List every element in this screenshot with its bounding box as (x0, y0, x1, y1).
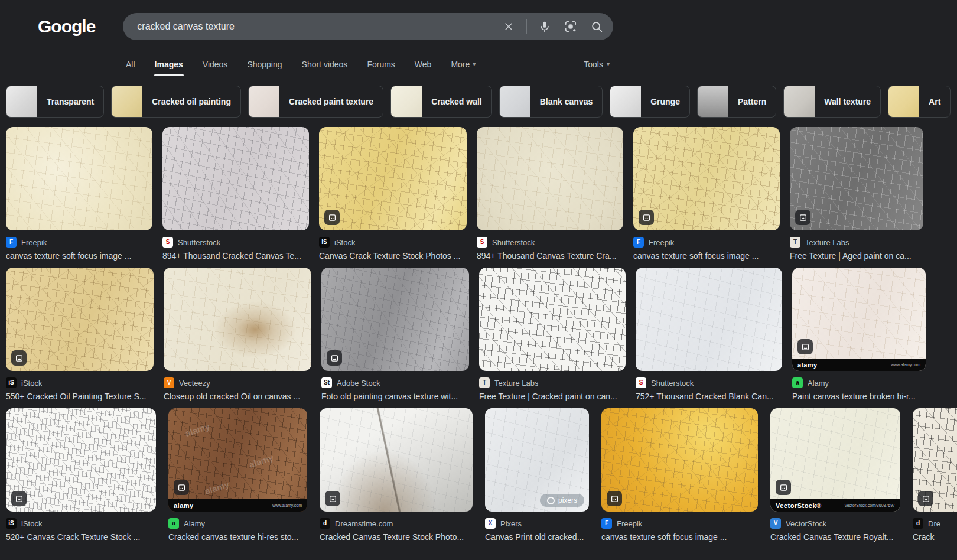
result-thumbnail[interactable] (321, 268, 469, 371)
result-source[interactable]: V Vecteezy (164, 377, 311, 388)
image-result-card[interactable]: iS iStock 550+ Cracked Oil Painting Text… (6, 268, 154, 401)
image-result-card[interactable]: VectorStock® VectorStock.com/36037697 V … (770, 408, 900, 542)
search-bar[interactable]: cracked canvas texture (123, 13, 613, 40)
google-logo[interactable]: Google (38, 17, 95, 37)
result-source[interactable]: a Alamy (792, 377, 926, 388)
tools-button[interactable]: Tools ▾ (584, 53, 610, 76)
result-thumbnail[interactable]: alamyalamyalamy alamy www.alamy.com (168, 408, 307, 512)
image-result-card[interactable]: T Texture Labs Free Texture | Cracked pa… (479, 268, 626, 401)
image-result-card[interactable]: V Vecteezy Closeup old cracked Oil on ca… (164, 268, 311, 401)
result-source[interactable]: F Freepik (633, 237, 780, 248)
filter-chip-cracked-paint-texture[interactable]: Cracked paint texture (248, 86, 383, 118)
filter-chip-blank-canvas[interactable]: Blank canvas (499, 86, 603, 118)
result-source[interactable]: iS iStock (319, 237, 467, 248)
filter-chip-cracked-oil-painting[interactable]: Cracked oil painting (111, 86, 241, 118)
image-result-card[interactable]: T Texture Labs Free Texture | Aged paint… (790, 127, 923, 261)
image-result-card[interactable]: d Dre Crack (913, 408, 957, 542)
filter-chip-grunge[interactable]: Grunge (610, 86, 690, 118)
result-title[interactable]: 894+ Thousand Canvas Texture Cra... (477, 251, 623, 261)
search-icon[interactable] (585, 15, 608, 38)
result-source[interactable]: V VectorStock (770, 518, 900, 529)
result-thumbnail[interactable] (913, 408, 957, 512)
image-result-card[interactable]: d Dreamstime.com Cracked Canvas Texture … (320, 408, 473, 542)
result-title[interactable]: Canvas Print old cracked... (485, 532, 589, 542)
result-title[interactable]: 520+ Canvas Crack Texture Stock ... (6, 532, 156, 542)
result-thumbnail[interactable] (320, 408, 473, 512)
result-thumbnail[interactable] (477, 127, 623, 230)
result-title[interactable]: Free Texture | Aged paint on ca... (790, 251, 923, 261)
result-source[interactable]: S Shutterstock (162, 237, 309, 248)
result-title[interactable]: canvas texture soft focus image ... (633, 251, 780, 261)
tab-short-videos[interactable]: Short videos (301, 53, 349, 76)
tab-all[interactable]: All (125, 53, 136, 76)
result-title[interactable]: 894+ Thousand Cracked Canvas Te... (162, 251, 309, 261)
result-source[interactable]: X Pixers (485, 518, 589, 529)
result-thumbnail[interactable] (162, 127, 309, 230)
result-title[interactable]: canvas texture soft focus image ... (601, 532, 758, 542)
filter-chip-pattern[interactable]: Pattern (697, 86, 776, 118)
result-thumbnail[interactable]: alamy www.alamy.com (792, 268, 926, 371)
image-result-card[interactable]: alamy www.alamy.com a Alamy Paint canvas… (792, 268, 926, 401)
result-title[interactable]: Crack (913, 532, 957, 542)
result-thumbnail[interactable] (633, 127, 780, 230)
result-title[interactable]: Paint canvas texture broken hi-r... (792, 392, 926, 401)
result-source[interactable]: iS iStock (6, 518, 156, 529)
result-source[interactable]: T Texture Labs (479, 377, 626, 388)
filter-chip-transparent[interactable]: Transparent (6, 86, 104, 118)
result-thumbnail[interactable] (636, 268, 782, 371)
result-title[interactable]: Canvas Crack Texture Stock Photos ... (319, 251, 467, 261)
result-source[interactable]: T Texture Labs (790, 237, 923, 248)
tab-more[interactable]: More ▾ (450, 53, 476, 76)
tab-videos[interactable]: Videos (202, 53, 229, 76)
result-source[interactable]: F Freepik (601, 518, 758, 529)
image-result-card[interactable]: F Freepik canvas texture soft focus imag… (601, 408, 758, 542)
result-source[interactable]: F Freepik (6, 237, 152, 248)
result-source[interactable]: d Dre (913, 518, 957, 529)
result-source[interactable]: d Dreamstime.com (320, 518, 473, 529)
result-thumbnail[interactable] (479, 268, 626, 371)
image-result-card[interactable]: iS iStock Canvas Crack Texture Stock Pho… (319, 127, 467, 261)
result-title[interactable]: Cracked Canvas Texture Royalt... (770, 532, 900, 542)
image-result-card[interactable]: alamyalamyalamy alamy www.alamy.com a Al… (168, 408, 307, 542)
filter-chip-cracked-wall[interactable]: Cracked wall (390, 86, 492, 118)
result-source[interactable]: a Alamy (168, 518, 307, 529)
image-result-card[interactable]: F Freepik canvas texture soft focus imag… (6, 127, 152, 261)
image-result-card[interactable]: F Freepik canvas texture soft focus imag… (633, 127, 780, 261)
result-thumbnail[interactable] (319, 127, 467, 230)
tab-forums[interactable]: Forums (366, 53, 395, 76)
result-source[interactable]: S Shutterstock (636, 377, 782, 388)
result-thumbnail[interactable] (164, 268, 311, 371)
result-title[interactable]: 752+ Thousand Cracked Blank Can... (636, 392, 782, 401)
filter-chip-art[interactable]: Art (888, 86, 951, 118)
result-title[interactable]: 550+ Cracked Oil Painting Texture S... (6, 392, 154, 401)
clear-icon[interactable] (497, 15, 520, 38)
image-result-card[interactable]: St Adobe Stock Foto old painting canvas … (321, 268, 469, 401)
result-thumbnail[interactable] (6, 408, 156, 512)
result-title[interactable]: Closeup old cracked Oil on canvas ... (164, 392, 311, 401)
result-source[interactable]: S Shutterstock (477, 237, 623, 248)
image-result-card[interactable]: S Shutterstock 894+ Thousand Canvas Text… (477, 127, 623, 261)
result-title[interactable]: Cracked Canvas Texture Stock Photo... (320, 532, 473, 542)
filter-chip-wall-texture[interactable]: Wall texture (783, 86, 881, 118)
result-thumbnail[interactable] (6, 127, 152, 230)
result-thumbnail[interactable]: pixers (485, 408, 589, 512)
result-title[interactable]: Free Texture | Cracked paint on can... (479, 392, 626, 401)
result-source[interactable]: St Adobe Stock (321, 377, 469, 388)
tab-web[interactable]: Web (414, 53, 432, 76)
result-title[interactable]: canvas texture soft focus image ... (6, 251, 152, 261)
result-title[interactable]: Cracked canvas texture hi-res sto... (168, 532, 307, 542)
mic-icon[interactable] (533, 15, 556, 38)
image-result-card[interactable]: S Shutterstock 752+ Thousand Cracked Bla… (636, 268, 782, 401)
result-thumbnail[interactable] (6, 268, 154, 371)
result-thumbnail[interactable]: VectorStock® VectorStock.com/36037697 (770, 408, 900, 512)
result-thumbnail[interactable] (601, 408, 758, 512)
tab-images[interactable]: Images (154, 53, 184, 76)
search-input[interactable]: cracked canvas texture (137, 21, 497, 32)
result-title[interactable]: Foto old painting canvas texture wit... (321, 392, 469, 401)
image-result-card[interactable]: pixers X Pixers Canvas Print old cracked… (485, 408, 589, 542)
image-result-card[interactable]: S Shutterstock 894+ Thousand Cracked Can… (162, 127, 309, 261)
tab-shopping[interactable]: Shopping (246, 53, 282, 76)
image-result-card[interactable]: iS iStock 520+ Canvas Crack Texture Stoc… (6, 408, 156, 542)
result-thumbnail[interactable] (790, 127, 923, 230)
result-source[interactable]: iS iStock (6, 377, 154, 388)
